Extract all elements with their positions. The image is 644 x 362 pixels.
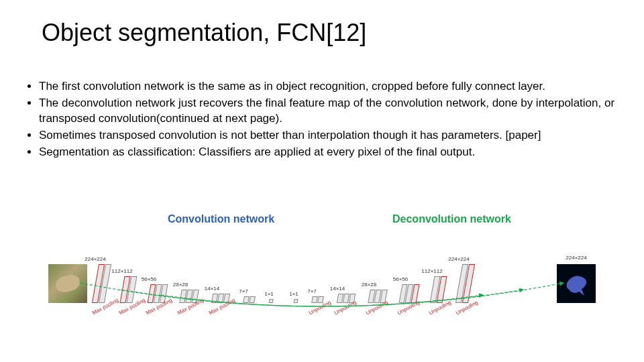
convolution-network-label: Convolution network [168, 213, 274, 225]
feature-dim-label: 14×14 [205, 286, 219, 292]
feature-map-slab [293, 299, 298, 303]
feature-map-slab [268, 299, 273, 303]
feature-dim-label: 112×112 [421, 268, 442, 274]
feature-dim-label: 224×224 [448, 256, 469, 262]
bullet-list: The first convolution network is the sam… [0, 47, 644, 160]
feature-dim-label: 14×14 [330, 286, 345, 292]
feature-dim-label: 224×224 [85, 256, 105, 262]
feature-dim-label: 28×28 [362, 282, 376, 288]
bullet-item: The deconvolution network just recovers … [39, 96, 617, 127]
input-image: 224×224 [48, 264, 87, 303]
feature-dim-label: 7×7 [239, 288, 248, 294]
bullet-item: Segmentation as classification: Classifi… [39, 145, 617, 160]
feature-dim-label: 7×7 [307, 288, 317, 294]
feature-map-slab [249, 296, 256, 303]
feature-dim-label: 56×56 [393, 276, 408, 282]
feature-dim-label: 28×28 [173, 282, 188, 288]
fcn-architecture-diagram: Convolution network Deconvolution networ… [40, 208, 604, 328]
feature-dim-label: 1×1 [289, 291, 299, 297]
bullet-item: The first convolution network is the sam… [39, 79, 617, 95]
bullet-item: Sometimes transposed convolution is not … [39, 128, 617, 143]
deconvolution-network-label: Deconvolution network [392, 213, 511, 225]
feature-dim-label: 112×112 [111, 268, 132, 274]
feature-dim-label: 1×1 [264, 291, 274, 297]
feature-dim-label: 56×56 [142, 276, 156, 282]
slide-title: Object segmentation, FCN[12] [0, 0, 644, 47]
output-dim-label: 224×224 [566, 255, 586, 261]
segmentation-silhouette-icon [561, 269, 591, 298]
output-segmentation-map: 224×224 [557, 264, 596, 303]
